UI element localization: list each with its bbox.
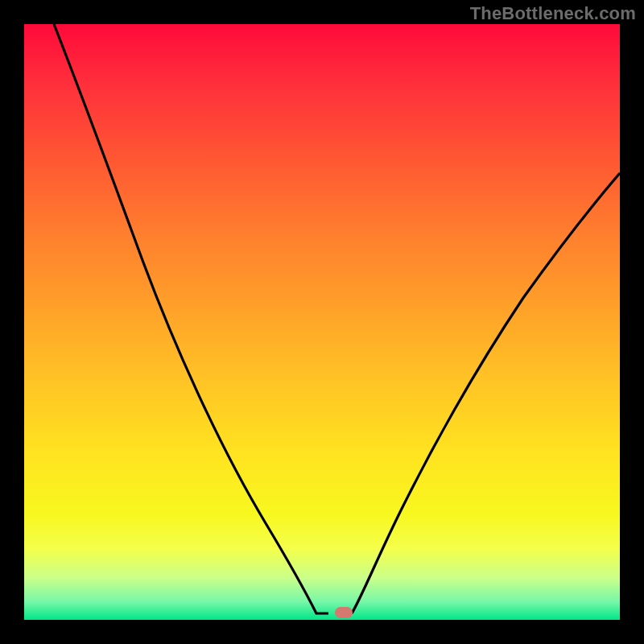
left-curve (54, 24, 328, 613)
attribution-label: TheBottleneck.com (470, 3, 636, 24)
plot-area (24, 24, 620, 620)
right-curve (352, 173, 620, 613)
bottleneck-chart: TheBottleneck.com (0, 0, 644, 644)
optimal-marker (335, 607, 353, 618)
curve-layer (24, 24, 620, 620)
